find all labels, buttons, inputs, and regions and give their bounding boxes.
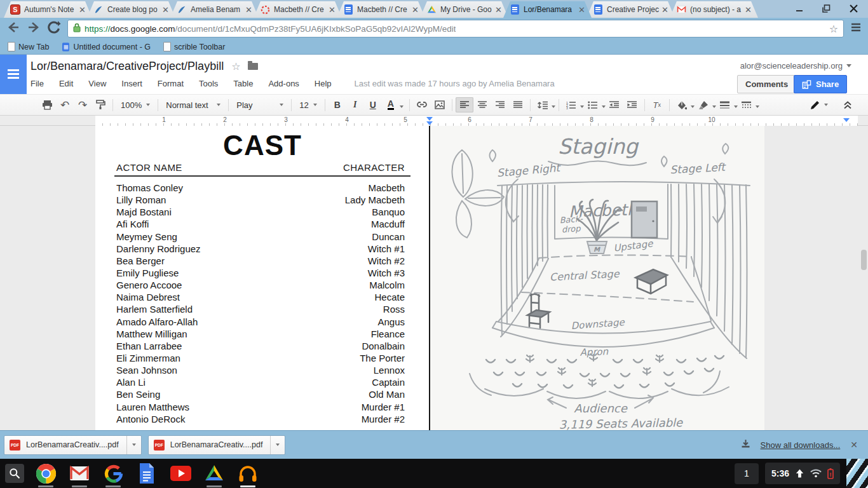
decrease-indent-button[interactable] bbox=[606, 97, 623, 112]
restore-button[interactable] bbox=[822, 4, 831, 15]
star-document-icon[interactable]: ☆ bbox=[231, 60, 240, 72]
last-edit-status[interactable]: Last edit was made 17 hours ago by Ameli… bbox=[355, 79, 555, 88]
browser-tab-active[interactable]: Lor/Benamara ✕ bbox=[503, 1, 592, 18]
download-item[interactable]: PDF LorBenamaraCreativ....pdf bbox=[148, 435, 286, 455]
align-right-button[interactable] bbox=[491, 97, 509, 112]
minimize-button[interactable] bbox=[796, 4, 803, 15]
collapse-toolbar-button[interactable] bbox=[839, 97, 857, 112]
forward-button[interactable] bbox=[27, 21, 41, 36]
border-weight-button[interactable] bbox=[716, 97, 734, 112]
bulleted-list-caret[interactable] bbox=[602, 105, 606, 108]
browser-tab[interactable]: Amelia Benam ✕ bbox=[170, 1, 259, 18]
chrome-menu-icon[interactable] bbox=[850, 22, 862, 35]
insert-image-button[interactable] bbox=[431, 97, 449, 112]
menu-tools[interactable]: Tools bbox=[199, 79, 218, 88]
right-indent-marker[interactable] bbox=[843, 118, 850, 122]
shelf-app-chrome[interactable] bbox=[35, 459, 57, 488]
shelf-app-youtube[interactable] bbox=[170, 459, 191, 488]
browser-tab[interactable]: My Drive - Goo ✕ bbox=[420, 1, 508, 18]
download-item[interactable]: PDF LorBenamaraCreativ....pdf bbox=[4, 435, 142, 455]
account-menu[interactable]: alor@scienceleadership.org bbox=[740, 61, 851, 71]
share-button[interactable]: Share bbox=[794, 75, 847, 93]
print-button[interactable] bbox=[38, 97, 56, 112]
show-all-downloads-link[interactable]: Show all downloads... bbox=[761, 440, 841, 450]
text-color-caret[interactable] bbox=[400, 105, 403, 108]
docs-home-button[interactable] bbox=[0, 55, 27, 94]
shelf-app-drive[interactable] bbox=[203, 459, 225, 488]
font-select[interactable]: Play bbox=[232, 97, 288, 112]
browser-tab[interactable]: Macbeth // Cre ✕ bbox=[337, 1, 425, 18]
highlight-button[interactable] bbox=[695, 97, 712, 112]
menu-table[interactable]: Table bbox=[233, 79, 253, 88]
page-cast[interactable]: CAST ACTOR NAME CHARACTER Thomas ConleyM… bbox=[95, 126, 430, 430]
browser-tab[interactable]: Create blog po ✕ bbox=[87, 1, 175, 18]
menu-addons[interactable]: Add-ons bbox=[268, 79, 299, 88]
close-window-button[interactable] bbox=[850, 4, 858, 15]
download-menu-caret[interactable] bbox=[270, 436, 285, 454]
clear-formatting-button[interactable]: Tx bbox=[648, 97, 666, 112]
avatar[interactable] bbox=[846, 459, 868, 488]
bookmark-new-tab[interactable]: New Tab bbox=[8, 42, 49, 51]
paragraph-style-select[interactable]: Normal text bbox=[161, 97, 225, 112]
launcher-button[interactable] bbox=[5, 464, 24, 483]
reload-button[interactable] bbox=[47, 20, 61, 37]
text-color-button[interactable]: A bbox=[382, 97, 400, 112]
indent-marker[interactable] bbox=[426, 121, 433, 125]
align-left-button[interactable] bbox=[456, 97, 473, 112]
back-button[interactable] bbox=[6, 21, 20, 36]
page-staging-sketch[interactable]: Staging Stage Right Stage Left bbox=[430, 126, 764, 430]
bookmark-scrible-toolbar[interactable]: scrible Toolbar bbox=[163, 42, 225, 51]
bold-button[interactable]: B bbox=[329, 97, 346, 112]
bookmark-untitled-document[interactable]: Untitled document - G bbox=[62, 42, 151, 52]
tab-close-icon[interactable]: ✕ bbox=[162, 6, 169, 14]
tab-close-icon[interactable]: ✕ bbox=[578, 6, 585, 14]
editing-mode-button[interactable] bbox=[808, 97, 830, 112]
tab-close-icon[interactable]: ✕ bbox=[495, 6, 502, 14]
shelf-app-docs[interactable] bbox=[136, 459, 158, 488]
tab-close-icon[interactable]: ✕ bbox=[329, 6, 336, 14]
italic-button[interactable]: I bbox=[346, 97, 364, 112]
bookmark-star-icon[interactable]: ☆ bbox=[829, 23, 838, 35]
fill-color-button[interactable] bbox=[673, 97, 691, 112]
tab-close-icon[interactable]: ✕ bbox=[245, 6, 252, 14]
border-weight-caret[interactable] bbox=[734, 105, 738, 108]
menu-help[interactable]: Help bbox=[315, 79, 332, 88]
tab-close-icon[interactable]: ✕ bbox=[745, 6, 752, 14]
menu-file[interactable]: File bbox=[31, 79, 44, 88]
menu-insert[interactable]: Insert bbox=[121, 79, 142, 88]
table-borders-caret[interactable] bbox=[756, 105, 759, 108]
document-title[interactable]: Lor/Benamara/CreativeProject/Playbill bbox=[31, 60, 224, 73]
tab-close-icon[interactable]: ✕ bbox=[79, 6, 86, 14]
tab-close-icon[interactable]: ✕ bbox=[412, 6, 419, 14]
browser-tab[interactable]: Creative Projec ✕ bbox=[587, 1, 675, 18]
line-spacing-caret[interactable] bbox=[552, 105, 555, 108]
move-to-folder-icon[interactable] bbox=[248, 63, 258, 70]
table-borders-button[interactable] bbox=[738, 97, 756, 112]
window-count-badge[interactable]: 1 bbox=[735, 463, 759, 484]
numbered-list-button[interactable]: 123 bbox=[562, 97, 580, 112]
shelf-app-play-music[interactable] bbox=[237, 459, 259, 488]
align-center-button[interactable] bbox=[473, 97, 491, 112]
shelf-app-gmail[interactable] bbox=[69, 459, 90, 488]
status-tray[interactable]: 5:36 ! bbox=[765, 463, 840, 484]
browser-tab[interactable]: (no subject) - a ✕ bbox=[670, 1, 758, 18]
increase-indent-button[interactable] bbox=[623, 97, 641, 112]
font-size-select[interactable]: 12 bbox=[295, 97, 321, 112]
shelf-app-google[interactable] bbox=[102, 459, 124, 488]
browser-tab[interactable]: Macbeth // Cre ✕ bbox=[254, 1, 342, 18]
browser-tab[interactable]: S Autumn's Note ✕ bbox=[4, 1, 92, 18]
undo-button[interactable]: ↶ bbox=[56, 97, 74, 112]
indent-marker[interactable] bbox=[426, 117, 433, 121]
redo-button[interactable]: ↷ bbox=[74, 97, 92, 112]
justify-button[interactable] bbox=[509, 97, 527, 112]
insert-link-button[interactable] bbox=[413, 97, 431, 112]
tab-close-icon[interactable]: ✕ bbox=[661, 6, 668, 14]
numbered-list-caret[interactable] bbox=[580, 105, 584, 108]
close-downloads-bar-icon[interactable]: ✕ bbox=[850, 440, 858, 450]
comments-button[interactable]: Comments bbox=[737, 75, 796, 93]
menu-view[interactable]: View bbox=[88, 79, 106, 88]
download-menu-caret[interactable] bbox=[126, 436, 141, 454]
line-spacing-button[interactable] bbox=[534, 97, 552, 112]
fill-color-caret[interactable] bbox=[691, 105, 695, 108]
underline-button[interactable]: U bbox=[364, 97, 382, 112]
